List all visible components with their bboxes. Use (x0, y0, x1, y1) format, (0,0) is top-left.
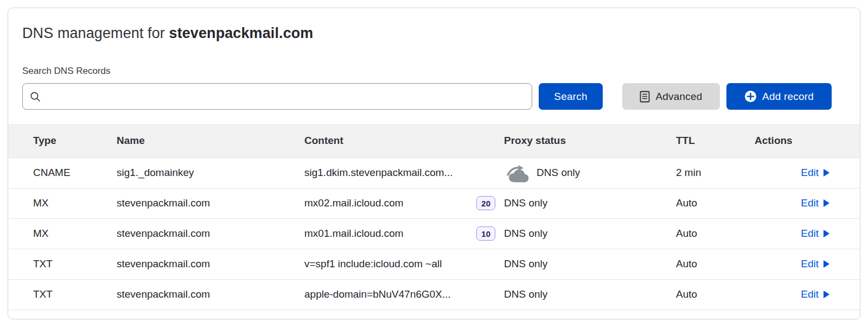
page-title: DNS management for stevenpackmail.com (22, 25, 846, 42)
table-row: TXT stevenpackmail.com apple-domain=bNuV… (8, 279, 860, 310)
record-type: TXT (8, 279, 117, 310)
table-row: MX stevenpackmail.com mx01.mail.icloud.c… (8, 218, 860, 249)
record-actions: Edit (750, 188, 860, 218)
record-ttl: Auto (676, 279, 750, 310)
advanced-list-icon (640, 91, 650, 103)
dns-records-table: Type Name Content Proxy status TTL Actio… (8, 124, 860, 310)
record-content-text: mx02.mail.icloud.com (304, 197, 404, 209)
edit-link-label: Edit (801, 167, 819, 179)
search-icon (29, 91, 41, 103)
record-content: apple-domain=bNuV47n6G0X... (304, 279, 504, 310)
record-name: stevenpackmail.com (117, 188, 304, 218)
header-name: Name (117, 124, 304, 158)
record-content: v=spf1 include:icloud.com ~all (304, 249, 504, 279)
plus-circle-icon (744, 90, 757, 103)
advanced-button[interactable]: Advanced (622, 83, 720, 110)
record-name: stevenpackmail.com (117, 279, 304, 310)
edit-link-label: Edit (801, 258, 819, 270)
record-proxy-status: DNS only (504, 279, 676, 310)
mx-priority-badge: 20 (476, 196, 495, 210)
add-record-button-label: Add record (762, 91, 814, 103)
edit-record-link[interactable]: Edit (801, 197, 829, 209)
triangle-right-icon (824, 291, 829, 298)
search-button-label: Search (554, 91, 587, 103)
record-content-text: mx01.mail.icloud.com (304, 228, 404, 240)
table-row: MX stevenpackmail.com mx02.mail.icloud.c… (8, 188, 860, 218)
record-actions: Edit (750, 218, 860, 249)
mx-priority-badge: 10 (476, 227, 495, 241)
record-actions: Edit (750, 279, 860, 310)
search-button[interactable]: Search (539, 83, 603, 110)
search-input[interactable] (46, 84, 525, 109)
edit-record-link[interactable]: Edit (801, 167, 829, 179)
edit-link-label: Edit (801, 197, 819, 209)
record-content: mx02.mail.icloud.com 20 (304, 188, 504, 218)
record-ttl: Auto (676, 188, 750, 218)
record-ttl: 2 min (676, 158, 750, 188)
table-header-row: Type Name Content Proxy status TTL Actio… (8, 124, 860, 158)
record-proxy-status: DNS only (504, 188, 676, 218)
record-proxy-status: DNS only (504, 158, 676, 188)
edit-link-label: Edit (801, 228, 819, 240)
triangle-right-icon (824, 260, 829, 268)
header-ttl: TTL (676, 124, 750, 158)
page-title-domain: stevenpackmail.com (169, 25, 314, 41)
header-proxy-status: Proxy status (504, 124, 676, 158)
triangle-right-icon (824, 169, 829, 177)
dns-management-card: DNS management for stevenpackmail.com Se… (8, 8, 860, 319)
table-row: CNAME sig1._domainkey sig1.dkim.stevenpa… (8, 158, 860, 188)
record-proxy-status: DNS only (504, 218, 676, 249)
record-ttl: Auto (676, 249, 750, 279)
record-name: sig1._domainkey (117, 158, 304, 188)
record-type: CNAME (8, 158, 117, 188)
record-content: mx01.mail.icloud.com 10 (304, 218, 504, 249)
edit-record-link[interactable]: Edit (801, 288, 829, 300)
record-type: MX (8, 218, 117, 249)
record-type: MX (8, 188, 117, 218)
record-actions: Edit (750, 158, 860, 188)
record-content: sig1.dkim.stevenpackmail.com... (304, 158, 504, 188)
search-box[interactable] (22, 83, 532, 110)
page-title-prefix: DNS management for (22, 25, 169, 41)
record-proxy-status: DNS only (504, 249, 676, 279)
record-name: stevenpackmail.com (117, 249, 304, 279)
header-content: Content (304, 124, 504, 158)
edit-record-link[interactable]: Edit (801, 228, 829, 240)
record-name: stevenpackmail.com (117, 218, 304, 249)
advanced-button-label: Advanced (655, 91, 702, 103)
triangle-right-icon (824, 199, 829, 207)
triangle-right-icon (824, 230, 829, 237)
search-controls-row: Search Advanced Add record (22, 83, 860, 110)
header-actions: Actions (750, 124, 860, 158)
header-type: Type (8, 124, 117, 158)
dns-only-cloud-icon (504, 163, 529, 183)
search-dns-records-label: Search DNS Records (22, 66, 846, 77)
edit-record-link[interactable]: Edit (801, 258, 829, 270)
record-type: TXT (8, 249, 117, 279)
record-ttl: Auto (676, 218, 750, 249)
table-row: TXT stevenpackmail.com v=spf1 include:ic… (8, 249, 860, 279)
add-record-button[interactable]: Add record (726, 83, 832, 110)
record-actions: Edit (750, 249, 860, 279)
proxy-status-text: DNS only (537, 167, 580, 179)
edit-link-label: Edit (801, 288, 819, 300)
